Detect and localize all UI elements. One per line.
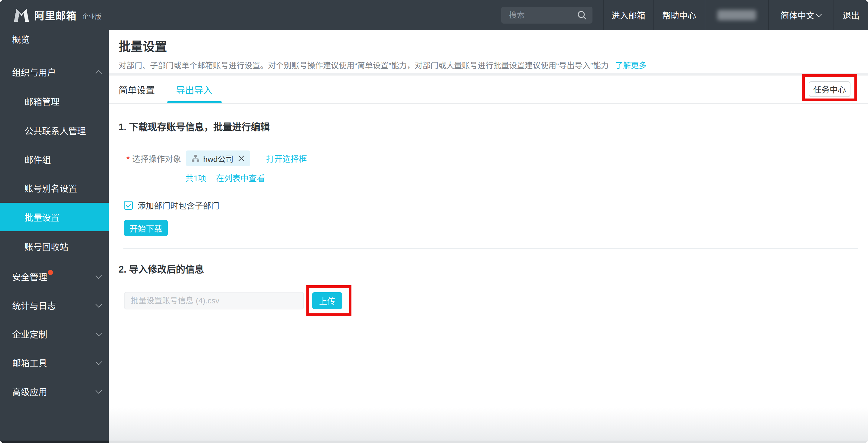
enter-mailbox-label: 进入邮箱 [611,9,645,21]
page-description-text: 对部门、子部门或单个邮箱账号进行设置。对个别账号操作建议使用“简单设置”能力，对… [119,61,609,70]
app-window: 阿里邮箱 企业版 进入邮箱 帮助中心 简体中文 [0,0,868,443]
tag-remove-button[interactable] [238,155,245,162]
required-asterisk: * [126,155,130,164]
tab-label: 导出导入 [176,83,212,96]
org-hierarchy-icon [191,155,199,163]
sidebar-item-alias-settings[interactable]: 账号别名设置 [0,174,109,202]
main-content: 批量设置 对部门、子部门或单个邮箱账号进行设置。对个别账号操作建议使用“简单设置… [109,30,868,443]
target-select-row: * 选择操作对象 [126,150,181,166]
sidebar-item-label: 企业定制 [12,328,47,340]
selected-department-tag: hwd公司 [186,150,250,166]
sidebar-item-enterprise-custom[interactable]: 企业定制 [0,320,109,348]
brand-logo: 阿里邮箱 企业版 [13,0,101,30]
sidebar-item-label: 账号别名设置 [25,182,77,194]
sidebar-item-label: 安全管理 [12,270,47,283]
task-center-button[interactable]: 任务中心 [809,81,850,97]
start-download-button[interactable]: 开始下载 [124,220,168,236]
section2-heading: 2. 导入修改后的信息 [119,262,204,275]
target-field-label: 选择操作对象 [132,152,181,164]
section-divider [123,248,858,249]
masked-account-name [717,10,756,20]
selected-tag-name: hwd公司 [203,153,234,164]
tab-import-export[interactable]: 导出导入 [176,75,212,103]
sidebar-item-mail-tools[interactable]: 邮箱工具 [0,348,109,377]
selection-count-row: 共1项 在列表中查看 [185,172,265,184]
count-text: 共1项 [185,172,206,184]
enter-mailbox-link[interactable]: 进入邮箱 [603,0,653,30]
search-input[interactable] [508,10,577,20]
sidebar-item-mailbox-mgmt[interactable]: 邮箱管理 [0,87,109,115]
help-center-label: 帮助中心 [662,9,696,21]
sidebar-item-batch-settings[interactable]: 批量设置 [0,203,109,231]
logout-link[interactable]: 退出 [834,0,868,30]
chevron-down-icon [96,301,102,307]
learn-more-link[interactable]: 了解更多 [615,61,647,70]
close-x-icon [238,155,245,162]
search-icon[interactable] [577,10,587,20]
view-in-list-link[interactable]: 在列表中查看 [216,172,265,184]
sidebar-item-label: 账号回收站 [25,240,68,252]
include-subdept-checkbox[interactable] [124,201,133,210]
header-search-box[interactable] [501,7,592,24]
section1-heading: 1. 下载现存账号信息，批量进行编辑 [119,120,270,133]
section-gap-bar [109,73,868,75]
top-header: 阿里邮箱 企业版 进入邮箱 帮助中心 简体中文 [0,0,868,30]
chevron-down-icon [96,359,102,365]
sidebar-item-label: 邮箱工具 [12,356,47,369]
help-center-link[interactable]: 帮助中心 [653,0,705,30]
tab-bar: 简单设置 导出导入 [109,75,868,104]
active-tab-underline [167,101,222,103]
upload-button[interactable]: 上传 [312,292,342,309]
sidebar-item-label: 统计与日志 [12,299,56,312]
window-bottom-edge [0,441,109,443]
tab-simple-settings[interactable]: 简单设置 [119,75,155,103]
page-description: 对部门、子部门或单个邮箱账号进行设置。对个别账号操作建议使用“简单设置”能力，对… [119,59,647,70]
sidebar-item-label: 公共联系人管理 [25,124,86,137]
include-subdept-row: 添加部门时包含子部门 [124,200,219,210]
window-bottom-edge [109,441,868,443]
sidebar-nav: 概览 组织与用户 邮箱管理 公共联系人管理 邮件组 账号别名设置 批量设置 账号… [0,30,109,441]
sidebar-item-account-recycle[interactable]: 账号回收站 [0,232,109,261]
header-nav: 进入邮箱 帮助中心 简体中文 退出 [603,0,868,30]
sidebar-item-mail-groups[interactable]: 邮件组 [0,145,109,173]
sidebar-item-security-mgmt[interactable]: 安全管理 [0,262,109,291]
logout-label: 退出 [843,9,860,21]
sidebar-item-public-contacts[interactable]: 公共联系人管理 [0,116,109,145]
chevron-down-icon [816,11,822,17]
sidebar-item-label: 邮件组 [25,153,51,166]
chevron-up-icon [96,70,102,76]
sidebar-item-org-users[interactable]: 组织与用户 [0,58,109,86]
language-selector[interactable]: 简体中文 [768,0,834,30]
tab-label: 简单设置 [119,83,155,96]
file-name-input[interactable] [124,292,304,309]
notification-dot-badge [48,270,53,275]
sidebar-item-label: 概览 [12,33,30,45]
chevron-down-icon [96,330,102,336]
brand-edition: 企业版 [82,11,101,21]
account-menu[interactable] [705,0,768,30]
open-selector-link[interactable]: 打开选择框 [266,150,307,166]
sidebar-item-label: 邮箱管理 [25,95,60,108]
page-title: 批量设置 [119,37,167,55]
sidebar-item-stats-logs[interactable]: 统计与日志 [0,291,109,319]
include-subdept-label: 添加部门时包含子部门 [137,199,219,211]
brand-name: 阿里邮箱 [34,8,77,22]
alimail-m-icon [13,8,30,22]
chevron-down-icon [96,387,102,394]
sidebar-item-label: 批量设置 [25,211,60,223]
sidebar-item-label: 组织与用户 [12,66,56,78]
language-label: 简体中文 [781,9,814,21]
sidebar-item-advanced-apps[interactable]: 高级应用 [0,377,109,406]
sidebar-item-label: 高级应用 [12,385,47,398]
chevron-down-icon [96,272,102,279]
